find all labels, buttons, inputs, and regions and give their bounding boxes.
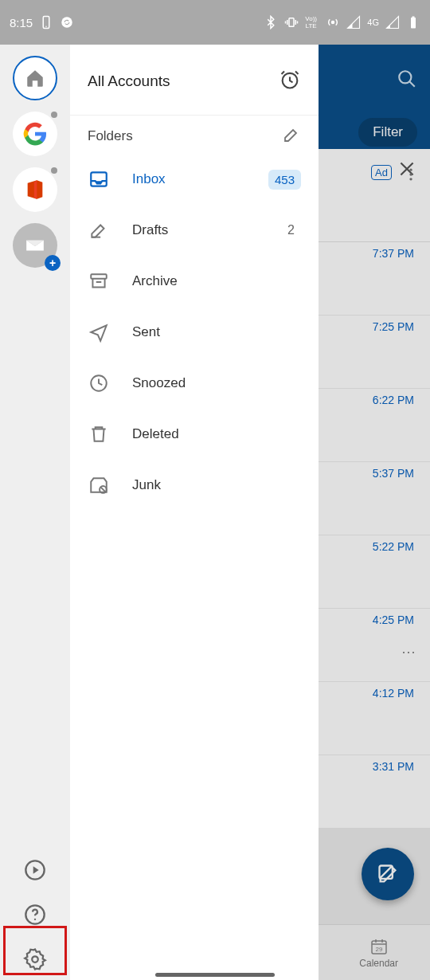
archive-icon: [88, 270, 110, 292]
message-time: 6:22 PM: [373, 394, 414, 406]
sent-icon: [88, 321, 110, 343]
message-time: 4:12 PM: [373, 687, 414, 700]
status-dot-icon: [49, 166, 59, 175]
rail-google-account[interactable]: [13, 112, 57, 156]
home-indicator[interactable]: [155, 973, 275, 977]
snoozed-icon: [88, 372, 110, 394]
folder-label: Archive: [132, 273, 301, 289]
rail-help-button[interactable]: [22, 902, 48, 927]
folder-deleted[interactable]: Deleted: [70, 409, 319, 460]
settings-highlight-box: [3, 926, 67, 975]
battery-icon: [406, 15, 420, 29]
drafts-icon: [88, 219, 110, 241]
svg-point-10: [409, 178, 412, 180]
message-time: 4:25 PM: [373, 613, 414, 626]
network-type: 4G: [367, 18, 379, 27]
folder-label: Sent: [132, 324, 301, 340]
svg-rect-5: [411, 18, 416, 29]
status-time: 8:15: [10, 16, 33, 29]
folder-drafts[interactable]: Drafts 2: [70, 205, 319, 256]
message-time: 7:37 PM: [373, 247, 414, 260]
svg-point-1: [45, 26, 47, 28]
svg-point-16: [34, 919, 36, 920]
kebab-icon[interactable]: [403, 167, 419, 186]
folder-label: Drafts: [132, 222, 265, 238]
vibrate-icon: [284, 15, 299, 29]
folder-snoozed[interactable]: Snoozed: [70, 358, 319, 409]
volte-icon: Vo))LTE: [305, 15, 319, 29]
svg-rect-6: [412, 17, 415, 18]
signal-1-icon: [346, 15, 361, 29]
svg-rect-20: [91, 274, 107, 278]
svg-text:29: 29: [375, 946, 382, 953]
folder-badge: 453: [268, 170, 301, 190]
svg-point-7: [399, 71, 411, 83]
rail-play-button[interactable]: [22, 857, 48, 883]
navigation-drawer: + All Accounts: [0, 45, 319, 980]
folder-inbox[interactable]: Inbox 453: [70, 154, 319, 205]
plus-badge-icon: +: [45, 255, 61, 271]
rail-office-account[interactable]: [13, 167, 57, 212]
signal-2-icon: [385, 15, 400, 29]
svg-point-2: [61, 17, 72, 28]
status-dot-icon: [49, 110, 59, 120]
folder-label: Deleted: [132, 426, 301, 442]
svg-point-4: [332, 22, 334, 24]
folder-junk[interactable]: Junk: [70, 460, 319, 511]
tab-calendar[interactable]: 29 Calendar: [359, 937, 398, 969]
message-time: 7:25 PM: [373, 320, 414, 333]
bluetooth-icon: [264, 15, 278, 29]
filter-button[interactable]: Filter: [358, 118, 417, 147]
deleted-icon: [88, 423, 110, 445]
account-rail: +: [0, 45, 70, 980]
search-icon[interactable]: [397, 69, 417, 92]
message-time: 3:31 PM: [373, 760, 414, 773]
svg-point-9: [409, 173, 412, 175]
folder-label: Inbox: [132, 171, 246, 187]
inbox-icon: [88, 168, 110, 190]
ellipsis-icon[interactable]: ⋯: [401, 643, 416, 661]
compose-button[interactable]: [362, 848, 414, 900]
svg-rect-3: [289, 18, 294, 27]
folder-label: Snoozed: [132, 375, 301, 391]
svg-point-8: [409, 169, 412, 171]
folder-label: Junk: [132, 477, 301, 493]
rail-home-button[interactable]: [13, 56, 57, 100]
folders-section-label: Folders: [88, 128, 133, 144]
phone-icon: [39, 15, 53, 29]
edit-folders-icon[interactable]: [282, 125, 301, 147]
status-bar: 8:15 Vo))LTE 4G: [0, 0, 430, 45]
message-time: 5:22 PM: [373, 540, 414, 553]
tab-calendar-label: Calendar: [359, 958, 398, 969]
ad-badge: Ad: [371, 165, 392, 180]
snooze-settings-icon[interactable]: [279, 69, 301, 94]
hotspot-icon: [326, 15, 340, 29]
drawer-content: All Accounts Folders Inbox 453 Drafts 2: [70, 45, 319, 980]
rail-add-account[interactable]: +: [13, 223, 57, 268]
drawer-title: All Accounts: [88, 73, 170, 90]
sync-icon: [60, 15, 74, 29]
folder-count: 2: [287, 223, 301, 237]
folder-sent[interactable]: Sent: [70, 307, 319, 358]
junk-icon: [88, 474, 110, 496]
folder-archive[interactable]: Archive: [70, 256, 319, 307]
message-time: 5:37 PM: [373, 467, 414, 480]
